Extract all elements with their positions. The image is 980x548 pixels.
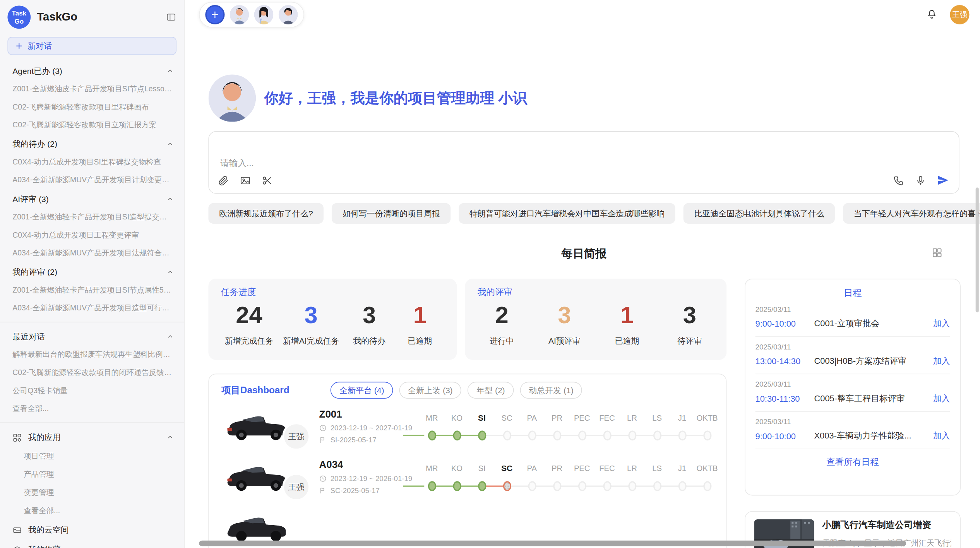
milestone-dot bbox=[428, 481, 436, 491]
section-my-todo[interactable]: 我的待办 (2) bbox=[0, 134, 184, 153]
sidebar-item-favorites[interactable]: 我的收藏 bbox=[0, 540, 184, 548]
milestone-node: PR bbox=[545, 463, 570, 491]
send-icon[interactable] bbox=[937, 174, 949, 186]
app-item-product-mgmt[interactable]: 产品管理 bbox=[0, 466, 184, 484]
star-badge-icon bbox=[12, 545, 22, 548]
milestone-node: LR bbox=[620, 412, 645, 440]
divider bbox=[0, 422, 184, 423]
horizontal-scrollbar[interactable] bbox=[199, 541, 906, 546]
milestone-node: PEC bbox=[569, 463, 595, 491]
metric-label: AI预评审 bbox=[544, 335, 585, 346]
stats-row: 任务进度 24 新增完成任务 3 新增AI完成任务 bbox=[208, 279, 726, 360]
tab-new-body[interactable]: 全新上装 (3) bbox=[399, 382, 461, 399]
schedule-item: 2025/03/11 10:30-11:30 C005-整车工程目标评审 加入 bbox=[756, 374, 950, 412]
metric: 2 进行中 bbox=[481, 301, 523, 347]
join-link[interactable]: 加入 bbox=[933, 356, 950, 367]
suggestion-chip[interactable]: 如何写一份清晰的项目周报 bbox=[332, 203, 451, 224]
sidebar-item[interactable]: C02-飞腾新能源轻客改款项目立项汇报方案 bbox=[0, 116, 184, 134]
avatar-person-1[interactable] bbox=[230, 5, 249, 24]
card-title: 任务进度 bbox=[221, 287, 444, 298]
chevron-up-icon[interactable] bbox=[166, 140, 174, 148]
section-ai-review[interactable]: AI评审 (3) bbox=[0, 189, 184, 208]
phone-call-icon[interactable] bbox=[893, 175, 904, 186]
avatar-person-2[interactable] bbox=[254, 5, 273, 24]
sidebar-item-my-apps[interactable]: 我的应用 bbox=[0, 427, 184, 447]
project-row-z001[interactable]: 王强 Z001 2023-12-19 ~ 2027-01-19 bbox=[209, 399, 726, 449]
chevron-up-icon[interactable] bbox=[166, 269, 174, 276]
sidebar-item[interactable]: A034-全新新能源MUV产品开发项目造型可行性评审 bbox=[0, 299, 184, 317]
project-dates: 2023-12-19 ~ 2026-01-19 bbox=[319, 475, 420, 482]
metric-label: 我的待办 bbox=[349, 335, 390, 346]
sidebar-item[interactable]: C0X4-动力总成开发项目工程变更评审 bbox=[0, 226, 184, 244]
metric-value: 3 bbox=[544, 301, 585, 331]
app-item-project-mgmt[interactable]: 项目管理 bbox=[0, 447, 184, 466]
sidebar-item-cloud-space[interactable]: 我的云空间 bbox=[0, 520, 184, 540]
app-window: Task Go TaskGo 新对话 Agent已办 (3) Z001-全新燃油… bbox=[0, 0, 980, 548]
section-my-review[interactable]: 我的评审 (2) bbox=[0, 262, 184, 281]
join-link[interactable]: 加入 bbox=[933, 318, 950, 329]
milestone-node: MR bbox=[419, 463, 444, 491]
notification-bell-icon[interactable] bbox=[926, 9, 937, 20]
sidebar-item[interactable]: Z001-全新燃油轻卡产品开发项目SI节点属性5D文件评审 bbox=[0, 281, 184, 300]
milestone-dot bbox=[678, 430, 686, 440]
new-chat-button[interactable]: 新对话 bbox=[7, 37, 176, 55]
image-upload-icon[interactable] bbox=[240, 175, 251, 186]
sidebar-item[interactable]: Z001-全新燃油轻卡产品开发项目SI造型提交物评审 bbox=[0, 208, 184, 226]
user-avatar[interactable]: 王强 bbox=[950, 5, 969, 24]
scissors-icon[interactable] bbox=[262, 175, 273, 186]
app-item-change-mgmt[interactable]: 变更管理 bbox=[0, 484, 184, 502]
tab-all-new-platform[interactable]: 全新平台 (4) bbox=[331, 382, 393, 399]
project-row-a034[interactable]: 王强 A034 2023-12-19 ~ 2026-01-19 bbox=[209, 449, 726, 500]
chevron-up-icon[interactable] bbox=[166, 333, 174, 341]
layout-grid-icon[interactable] bbox=[931, 247, 943, 259]
section-agent-done[interactable]: Agent已办 (3) bbox=[0, 61, 184, 80]
suggestion-chip[interactable]: 欧洲新规最近颁布了什么? bbox=[208, 203, 324, 224]
milestone-dot bbox=[428, 430, 436, 440]
suggestion-chip[interactable]: 比亚迪全固态电池计划具体说了什么 bbox=[684, 203, 835, 224]
view-all-schedule-link[interactable]: 查看所有日程 bbox=[756, 457, 950, 468]
suggestion-chip[interactable]: 当下年轻人对汽车外观有怎样的喜好趋势 bbox=[843, 203, 980, 224]
schedule-name: C001-立项审批会 bbox=[814, 318, 933, 329]
tab-year-model[interactable]: 年型 (2) bbox=[468, 382, 514, 399]
recent-chat-item[interactable]: 解释最新出台的欧盟报废车法规再生塑料比例被调至15%... bbox=[0, 346, 184, 364]
tab-powertrain[interactable]: 动总开发 (1) bbox=[520, 382, 582, 399]
suggestion-chip[interactable]: 特朗普可能对进口汽车增税会对中国车企造成哪些影响 bbox=[459, 203, 675, 224]
milestone-node: OKTB bbox=[695, 412, 720, 440]
project-dashboard-card: 项目Dashboard 全新平台 (4) 全新上装 (3) 年型 (2) 动总开… bbox=[208, 374, 726, 548]
sidebar-collapse-icon[interactable] bbox=[166, 12, 176, 22]
schedule-date: 2025/03/11 bbox=[756, 343, 950, 350]
project-info: Z001 2023-12-19 ~ 2027-01-19 bbox=[319, 409, 420, 444]
view-all-chats[interactable]: 查看全部... bbox=[0, 400, 184, 418]
chevron-up-icon[interactable] bbox=[166, 67, 174, 75]
join-link[interactable]: 加入 bbox=[933, 393, 950, 404]
new-session-button[interactable] bbox=[205, 5, 224, 24]
sidebar-item[interactable]: Z001-全新燃油皮卡产品开发项目SI节点Lesson Learn报告 bbox=[0, 80, 184, 98]
project-name: A034 bbox=[319, 459, 420, 471]
metric: 3 我的待办 bbox=[349, 301, 390, 347]
chat-input-box[interactable]: 请输入... bbox=[208, 131, 959, 194]
view-all-apps[interactable]: 查看全部... bbox=[0, 502, 184, 520]
schedule-time: 9:00-10:00 bbox=[756, 319, 814, 328]
milestone-dot bbox=[703, 481, 711, 491]
milestone-dot bbox=[578, 481, 586, 491]
milestone-dot bbox=[503, 481, 511, 491]
sidebar-item[interactable]: C02-飞腾新能源轻客改款项目里程碑画布 bbox=[0, 98, 184, 116]
attachment-icon[interactable] bbox=[218, 175, 229, 186]
metric: 3 新增AI完成任务 bbox=[283, 301, 339, 347]
recent-chat-item[interactable]: C02-飞腾新能源轻客改款项目的闭环通告反馈情况 bbox=[0, 364, 184, 382]
sidebar-item[interactable]: A034-全新新能源MUV产品开发项目计划变更表编写 bbox=[0, 171, 184, 189]
recent-chat-item[interactable]: 公司Q3轻卡销量 bbox=[0, 382, 184, 400]
avatar-person-3[interactable] bbox=[279, 5, 298, 24]
chevron-up-icon[interactable] bbox=[166, 195, 174, 203]
microphone-icon[interactable] bbox=[915, 175, 926, 186]
sidebar-item[interactable]: A034-全新新能源MUV产品开发项目法规符合性评审 bbox=[0, 244, 184, 262]
sidebar-item[interactable]: C0X4-动力总成开发项目SI里程碑提交物检查 bbox=[0, 153, 184, 171]
join-link[interactable]: 加入 bbox=[933, 430, 950, 442]
metric-label: 新增AI完成任务 bbox=[283, 335, 339, 346]
logo-text-top: Task bbox=[12, 10, 26, 17]
vertical-scrollbar[interactable] bbox=[976, 187, 979, 312]
section-recent-chats[interactable]: 最近对话 bbox=[0, 327, 184, 345]
metric-value: 2 bbox=[481, 301, 523, 331]
chevron-up-icon[interactable] bbox=[166, 434, 174, 441]
plus-icon bbox=[210, 10, 219, 19]
